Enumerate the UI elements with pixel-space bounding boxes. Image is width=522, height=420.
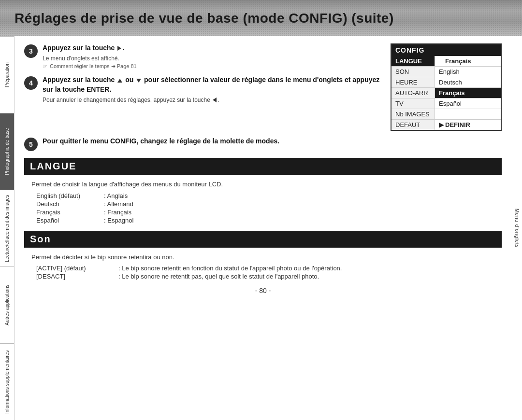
- config-row-heure: HEURE Deutsch: [392, 77, 501, 88]
- lang-row-deutsch: Deutsch : Allemand: [36, 200, 494, 208]
- lang-row-espanol: Español : Espagnol: [36, 217, 494, 224]
- step-3-note: ☞ Comment régler le temps ➜ Page 81: [43, 63, 381, 70]
- step-3: 3 Appuyez sur la touche . Le menu d'ongl…: [24, 43, 381, 70]
- lang-name-english: English (défaut): [36, 192, 104, 199]
- son-section-header: Son: [24, 231, 502, 248]
- config-value-son: English: [435, 67, 501, 77]
- config-value-heure: Deutsch: [435, 77, 501, 87]
- lang-value-english: : Anglais: [104, 192, 128, 199]
- son-key-active: [ACTIVE] (défaut): [36, 265, 118, 272]
- config-value-autoarr: Français: [435, 88, 501, 98]
- son-row-desact: [DESACT] : Le bip sonore ne retentit pas…: [36, 273, 494, 280]
- sidebar-item-informations[interactable]: Informations supplémentaires: [0, 343, 14, 420]
- step-4-desc: Pour annuler le changement des réglages,…: [43, 96, 381, 104]
- son-section-content: Permet de décider si le bip sonore reten…: [24, 252, 502, 280]
- config-row-tv: TV Español: [392, 98, 501, 109]
- config-key-son: SON: [392, 67, 435, 77]
- config-row-autoarr: AUTO-ARR Français: [392, 88, 501, 98]
- config-key-langue: LANGUE: [392, 56, 435, 66]
- steps-left: 3 Appuyez sur la touche . Le menu d'ongl…: [24, 43, 381, 131]
- sidebar-item-preparation[interactable]: Préparation: [0, 36, 14, 113]
- config-row-defaut: DEFAUT DEFINIR: [392, 120, 501, 130]
- step-3-number: 3: [24, 44, 38, 58]
- arrow-left-icon: [213, 98, 217, 102]
- page-number: - 80 -: [24, 287, 502, 294]
- son-section: Son Permet de décider si le bip sonore r…: [24, 231, 502, 280]
- langue-section-header: LANGUE: [24, 158, 502, 175]
- triangle-down-icon: [439, 60, 444, 63]
- step-3-desc1: Le menu d'onglets est affiché.: [43, 55, 381, 63]
- lang-value-francais: : Français: [104, 209, 131, 216]
- step-4: 4 Appuyez sur la touche ou pour sélectio…: [24, 75, 381, 104]
- son-row-active: [ACTIVE] (défaut) : Le bip sonore retent…: [36, 265, 494, 272]
- langue-table: English (défaut) : Anglais Deutsch : All…: [36, 192, 494, 224]
- son-key-desact: [DESACT]: [36, 273, 118, 280]
- step-3-content: Appuyez sur la touche . Le menu d'onglet…: [43, 43, 381, 70]
- config-value-tv: Español: [435, 98, 501, 109]
- son-value-desact: : Le bip sonore ne retentit pas, quel qu…: [118, 273, 319, 280]
- left-sidebar: Préparation Photographie de base Lecture…: [0, 36, 14, 420]
- sidebar-item-autres[interactable]: Autres applications: [0, 266, 14, 343]
- lang-name-francais: Français: [36, 209, 104, 216]
- config-key-heure: HEURE: [392, 77, 435, 87]
- book-icon: ☞: [43, 63, 47, 70]
- step-5-title: Pour quitter le menu CONFIG, changez le …: [43, 137, 502, 146]
- config-row-son: SON English: [392, 67, 501, 77]
- page-title: Réglages de prise de vue de base (mode C…: [14, 11, 394, 26]
- langue-desc: Permet de choisir la langue d'affichage …: [31, 180, 494, 189]
- lang-name-deutsch: Deutsch: [36, 200, 104, 208]
- arrow-up-icon: [117, 79, 122, 83]
- step-3-title: Appuyez sur la touche .: [43, 43, 381, 53]
- config-panel: CONFIG LANGUE Français SON English HEURE…: [391, 43, 502, 131]
- config-value-nbimages: [435, 109, 501, 119]
- main-content: 3 Appuyez sur la touche . Le menu d'ongl…: [14, 36, 511, 420]
- sidebar-item-lecture[interactable]: Lecture/effacement des images: [0, 190, 14, 266]
- steps-section: 3 Appuyez sur la touche . Le menu d'ongl…: [24, 43, 502, 131]
- config-row-langue: LANGUE Français: [392, 56, 501, 67]
- langue-section: LANGUE Permet de choisir la langue d'aff…: [24, 158, 502, 224]
- arrow-icon-small: ➜: [111, 63, 117, 69]
- step-4-content: Appuyez sur la touche ou pour sélectionn…: [43, 75, 381, 104]
- config-key-defaut: DEFAUT: [392, 120, 435, 130]
- config-key-tv: TV: [392, 98, 435, 109]
- lang-value-deutsch: : Allemand: [104, 200, 133, 208]
- config-key-nbimages: Nb IMAGES: [392, 109, 435, 119]
- sidebar-item-photographie[interactable]: Photographie de base: [0, 113, 14, 190]
- step-4-number: 4: [24, 76, 38, 90]
- son-desc: Permet de décider si le bip sonore reten…: [31, 252, 494, 262]
- lang-value-espanol: : Espagnol: [104, 217, 133, 224]
- son-value-active: : Le bip sonore retentit en fonction du …: [118, 265, 342, 272]
- lang-row-english: English (défaut) : Anglais: [36, 192, 494, 199]
- config-value-langue: Français: [435, 56, 501, 66]
- son-table: [ACTIVE] (défaut) : Le bip sonore retent…: [36, 265, 494, 280]
- right-sidebar-label: Menu d'onglets: [514, 209, 520, 248]
- right-sidebar: Menu d'onglets: [511, 36, 522, 420]
- langue-section-content: Permet de choisir la langue d'affichage …: [24, 180, 502, 224]
- config-key-autoarr: AUTO-ARR: [392, 88, 435, 98]
- step-4-title: Appuyez sur la touche ou pour sélectionn…: [43, 75, 381, 94]
- page-header: Réglages de prise de vue de base (mode C…: [0, 0, 522, 36]
- config-value-defaut: DEFINIR: [435, 120, 501, 130]
- config-row-nbimages: Nb IMAGES: [392, 109, 501, 120]
- arrow-right-icon: [117, 46, 121, 51]
- arrow-down-icon: [136, 79, 141, 83]
- lang-name-espanol: Español: [36, 217, 104, 224]
- step-5-content: Pour quitter le menu CONFIG, changez le …: [43, 137, 502, 146]
- config-panel-header: CONFIG: [392, 44, 501, 56]
- step-5-number: 5: [24, 138, 38, 151]
- step-5: 5 Pour quitter le menu CONFIG, changez l…: [24, 137, 502, 151]
- lang-row-francais: Français : Français: [36, 209, 494, 216]
